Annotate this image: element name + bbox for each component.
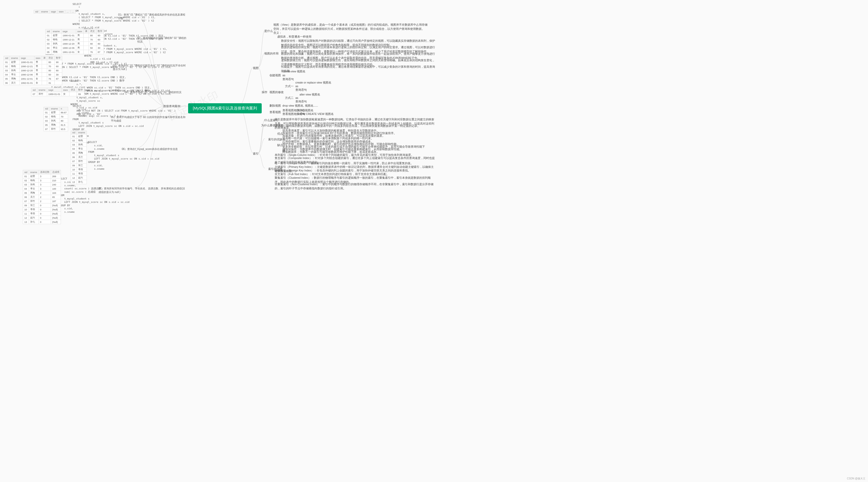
- type8: 非聚集索引（Non-Clustered Index）：索引中的顺序与数据行的物理…: [275, 182, 435, 191]
- create1: carete view 视图名: [282, 69, 306, 74]
- sql-q7: SELECT s.sid, s.sname, count( sc.score )…: [58, 177, 129, 214]
- view-def-long: 视图（View）是数据库中的虚拟表，是由一个或多个基本表（或其他视图）的行或列组…: [273, 23, 429, 31]
- cons[interactable]: 缺点: [277, 143, 283, 147]
- branch-view[interactable]: 视图: [253, 66, 258, 70]
- idx-why-t: 索引是一种特殊的数据库结构，由数据表中的一列或多列组合而成，可以用来快速查询数据…: [275, 124, 435, 128]
- view-ops[interactable]: 操作: [262, 90, 268, 94]
- create3: 查询语句: [282, 77, 294, 81]
- view-whatis[interactable]: 是什么: [264, 29, 273, 33]
- modify-m2-3: 查询语句: [296, 100, 307, 104]
- left-column: SELECT * FROM t_mysql_student s, ( SELEC…: [0, 0, 187, 482]
- view-def3: 虚拟表，和普通表一样使用: [277, 35, 311, 39]
- modify-m1[interactable]: 方式一: [285, 84, 293, 88]
- label-q2: 02）查询同时存在" 01 "课程和" 02 "课程的情况: [137, 36, 187, 44]
- table-q5: sidsnamen 01赵雷89.67 02钱电70 03孙风80 05周梅81…: [43, 107, 68, 131]
- drop-cmd: drop view 视图名, 视图名......: [282, 104, 318, 108]
- table-q1: sidsnamesagessex……: [34, 10, 76, 13]
- modify-m2[interactable]: 方式二: [285, 96, 293, 100]
- view-def2: 含义：: [273, 31, 282, 35]
- branch-index[interactable]: 索引: [253, 152, 258, 155]
- show2v: SHOW CREATE VIEW 视图名: [297, 112, 334, 116]
- table-q7: sidsname选课总数总成绩 01赵雷3269 02钱电3210 03孙风32…: [23, 170, 61, 224]
- root-node[interactable]: [MySQL]视图&索引以及连接查询案列: [188, 103, 262, 113]
- sql-q6: SELECT s.sid, s.sname FROM t_mysql_stude…: [88, 141, 159, 170]
- table-q4: sidsnamesagessex语文数学 07郑竹1989-01-01女89: [31, 88, 85, 96]
- label-q5: 05）查询平均成绩大于等于 60 分的同学的学生编号和学生姓名和平均成绩: [111, 115, 187, 123]
- table-q3: sidsnamesagessex课语文数学 01赵雷1990-01-01男809…: [4, 56, 62, 85]
- modify-view[interactable]: 视图的修改: [270, 90, 284, 94]
- label-q4: 04）查询不存在" 01 "课程但存在" 02 "课程的情况: [125, 90, 181, 94]
- view-usage[interactable]: 视图的作用: [264, 52, 279, 56]
- label-q7: 07）查询所有同学的学生编号、学生姓名、选课总数、所有课程的总成绩(没成绩的显示…: [98, 187, 187, 194]
- modify-m1-3: 查询语句: [296, 88, 307, 92]
- label-q1: 01）查询" 01 "课程比" 02 "课程成绩高的学生的信息及课程分数: [118, 13, 187, 20]
- create2: as: [282, 74, 285, 78]
- table-q2: sidsnamesagessex课语文数学 01赵雷1990-01-01男809…: [45, 29, 104, 54]
- drop-view[interactable]: 删除视图: [270, 104, 281, 108]
- label-q3: 03）查询存在" 01 "课程但可能不存在" 02 "课程的情况(不存在时显示为…: [113, 64, 187, 71]
- table-q6: sidsname 01赵雷 02钱电 03孙风 04李云 05周梅 06吴兰 0…: [71, 131, 87, 184]
- show-view[interactable]: 查看视图: [270, 110, 281, 114]
- create-view[interactable]: 创建视图: [270, 74, 281, 77]
- modify-m1-1: create or replace view 视图名: [296, 81, 331, 85]
- label-q6: 06）查询在t_mysql_score表存在成绩的学生信息: [122, 147, 178, 151]
- page-watermark: CSDN @微大王: [847, 477, 865, 480]
- modify-m2-1: alter view 视图名: [300, 93, 320, 97]
- pros[interactable]: 优点: [277, 132, 283, 136]
